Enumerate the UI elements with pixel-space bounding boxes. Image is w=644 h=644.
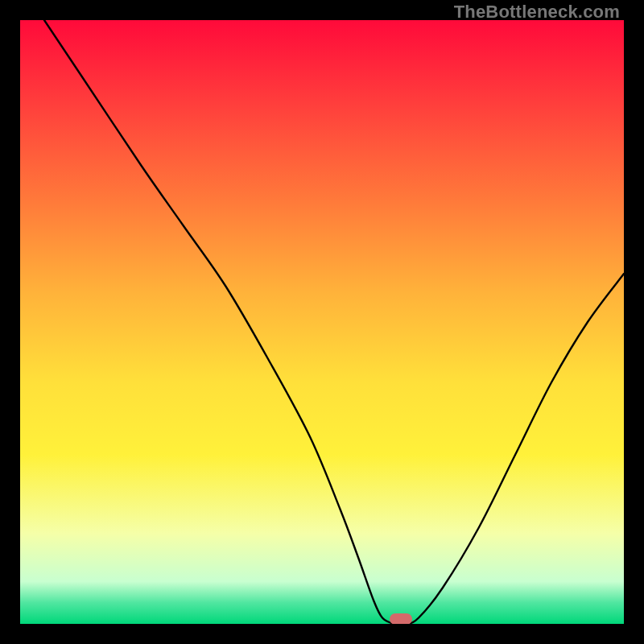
optimum-marker (390, 613, 412, 624)
curve-layer (20, 20, 624, 624)
bottleneck-curve (44, 20, 624, 624)
chart-frame: TheBottleneck.com (0, 0, 644, 644)
plot-area (20, 20, 624, 624)
